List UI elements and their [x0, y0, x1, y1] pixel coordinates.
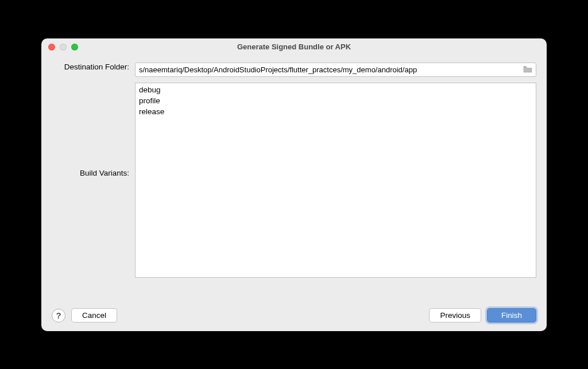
list-item[interactable]: debug — [138, 84, 533, 95]
help-icon: ? — [56, 310, 61, 320]
destination-input-wrapper — [135, 63, 536, 77]
minimize-icon — [60, 44, 67, 51]
traffic-lights — [48, 44, 78, 51]
dialog-window: Generate Signed Bundle or APK Destinatio… — [41, 38, 547, 331]
destination-row: Destination Folder: — [52, 63, 536, 77]
folder-icon — [523, 66, 532, 73]
dialog-footer: ? Cancel Previous Finish — [41, 300, 547, 331]
variants-field-col: debug profile release — [135, 83, 536, 278]
list-item[interactable]: profile — [138, 95, 533, 106]
destination-input[interactable] — [139, 65, 522, 74]
list-item[interactable]: release — [138, 106, 533, 117]
titlebar: Generate Signed Bundle or APK — [41, 38, 547, 56]
maximize-icon[interactable] — [71, 44, 78, 51]
cancel-button[interactable]: Cancel — [71, 308, 117, 323]
build-variants-label: Build Variants: — [52, 83, 135, 177]
window-title: Generate Signed Bundle or APK — [237, 42, 351, 51]
destination-field-col — [135, 63, 536, 77]
dialog-content: Destination Folder: Build Variants: debu… — [41, 56, 547, 300]
browse-button[interactable] — [522, 65, 533, 74]
finish-label: Finish — [501, 311, 522, 320]
variants-row: Build Variants: debug profile release — [52, 83, 536, 278]
close-icon[interactable] — [48, 44, 55, 51]
cancel-label: Cancel — [82, 311, 106, 320]
destination-label: Destination Folder: — [52, 63, 135, 71]
help-button[interactable]: ? — [52, 309, 65, 323]
previous-label: Previous — [440, 311, 470, 320]
finish-button[interactable]: Finish — [487, 308, 536, 323]
variants-list[interactable]: debug profile release — [135, 83, 536, 278]
previous-button[interactable]: Previous — [429, 308, 481, 323]
